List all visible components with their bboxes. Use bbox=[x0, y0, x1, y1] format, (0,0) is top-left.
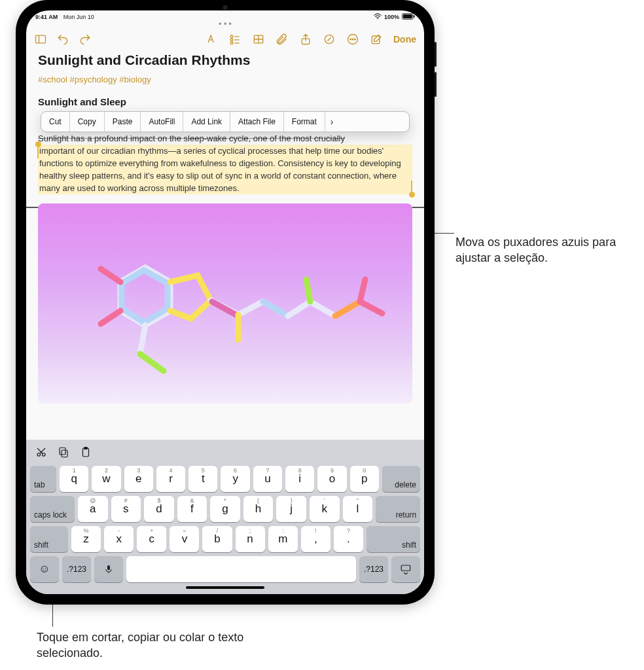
menu-copy[interactable]: Copy bbox=[70, 112, 105, 132]
key-x[interactable]: -x bbox=[104, 526, 134, 552]
key-delete[interactable]: delete bbox=[382, 466, 420, 492]
key-e[interactable]: 3e bbox=[124, 466, 153, 492]
key-shift-left[interactable]: shift bbox=[30, 526, 68, 552]
home-indicator[interactable] bbox=[186, 586, 264, 589]
volume-down-button bbox=[435, 72, 437, 97]
key-v[interactable]: =v bbox=[170, 526, 199, 552]
note-subheading[interactable]: Sunlight and Sleep bbox=[38, 96, 412, 107]
key-y[interactable]: 6y bbox=[221, 466, 249, 492]
selection-handle-end[interactable] bbox=[409, 192, 415, 198]
key-numbers-right[interactable]: .?123 bbox=[359, 556, 388, 582]
key-comma[interactable]: !, bbox=[301, 526, 331, 552]
copy-icon[interactable] bbox=[58, 446, 69, 461]
key-g[interactable]: *g bbox=[210, 496, 240, 522]
status-time: 9:41 AM bbox=[35, 14, 58, 20]
note-title[interactable]: Sunlight and Circadian Rhythms bbox=[38, 52, 412, 68]
key-u[interactable]: 7u bbox=[253, 466, 282, 492]
markup-icon[interactable] bbox=[323, 33, 336, 46]
ipad-frame: 9:41 AM Mon Jun 10 100% • • • bbox=[16, 0, 435, 605]
selection-handle-start[interactable] bbox=[35, 141, 41, 147]
status-date: Mon Jun 10 bbox=[63, 14, 94, 20]
done-button[interactable]: Done bbox=[393, 34, 416, 44]
volume-up-button bbox=[435, 42, 437, 67]
menu-format[interactable]: Format bbox=[284, 112, 325, 132]
key-b[interactable]: /b bbox=[202, 526, 232, 552]
key-c[interactable]: +c bbox=[137, 526, 166, 552]
key-period[interactable]: ?. bbox=[334, 526, 363, 552]
notes-toolbar: Done bbox=[26, 29, 424, 52]
key-m[interactable]: :m bbox=[268, 526, 298, 552]
svg-point-18 bbox=[350, 39, 351, 40]
menu-paste[interactable]: Paste bbox=[105, 112, 141, 132]
checklist-icon[interactable] bbox=[228, 33, 241, 46]
svg-rect-3 bbox=[414, 15, 415, 18]
multitask-dots[interactable]: • • • bbox=[26, 22, 424, 29]
key-l[interactable]: "l bbox=[343, 496, 373, 522]
compose-icon[interactable] bbox=[370, 33, 383, 46]
undo-icon[interactable] bbox=[56, 33, 69, 46]
key-z[interactable]: %z bbox=[71, 526, 101, 552]
svg-rect-4 bbox=[36, 35, 46, 43]
key-emoji[interactable]: ☺ bbox=[30, 556, 59, 582]
key-i[interactable]: 8i bbox=[285, 466, 314, 492]
callout-cut-copy-paste: Toque em cortar, copiar ou colar o texto… bbox=[37, 629, 272, 661]
key-r[interactable]: 4r bbox=[156, 466, 185, 492]
key-numbers-left[interactable]: .?123 bbox=[62, 556, 91, 582]
attachment-icon[interactable] bbox=[276, 33, 289, 46]
battery-icon bbox=[402, 13, 415, 21]
key-dictation[interactable] bbox=[94, 556, 123, 582]
svg-rect-28 bbox=[107, 565, 110, 570]
svg-rect-29 bbox=[401, 565, 410, 571]
screen: 9:41 AM Mon Jun 10 100% • • • bbox=[26, 10, 424, 594]
battery-pct: 100% bbox=[384, 14, 399, 20]
key-h[interactable]: (h bbox=[243, 496, 274, 522]
svg-point-0 bbox=[377, 18, 378, 19]
sidebar-toggle-icon[interactable] bbox=[34, 33, 47, 46]
key-tab[interactable]: tab bbox=[30, 466, 56, 492]
redo-icon[interactable] bbox=[79, 33, 92, 46]
key-w[interactable]: 2w bbox=[92, 466, 120, 492]
note-tags[interactable]: #school #psychology #biology bbox=[38, 75, 412, 84]
svg-point-19 bbox=[352, 39, 353, 40]
key-f[interactable]: &f bbox=[177, 496, 207, 522]
menu-cut[interactable]: Cut bbox=[41, 112, 70, 132]
svg-point-8 bbox=[230, 39, 233, 41]
more-icon[interactable] bbox=[346, 33, 359, 46]
svg-point-10 bbox=[230, 42, 233, 44]
cut-icon[interactable] bbox=[35, 446, 47, 461]
note-body: Sunlight and Circadian Rhythms #school #… bbox=[26, 52, 424, 440]
key-d[interactable]: $d bbox=[144, 496, 174, 522]
menu-add-link[interactable]: Add Link bbox=[183, 112, 230, 132]
table-icon[interactable] bbox=[252, 33, 265, 46]
paste-icon[interactable] bbox=[80, 446, 92, 461]
key-shift-right[interactable]: shift bbox=[367, 526, 420, 552]
svg-rect-2 bbox=[403, 14, 412, 19]
note-image-molecule[interactable] bbox=[38, 203, 412, 404]
callout-selection-handles: Mova os puxadores azuis para ajustar a s… bbox=[456, 234, 626, 266]
menu-autofill[interactable]: AutoFill bbox=[141, 112, 183, 132]
key-t[interactable]: 5t bbox=[188, 466, 217, 492]
key-q[interactable]: 1q bbox=[60, 466, 88, 492]
key-space[interactable] bbox=[126, 556, 356, 582]
share-icon[interactable] bbox=[299, 33, 312, 46]
svg-point-6 bbox=[230, 35, 233, 38]
key-dismiss-keyboard[interactable] bbox=[391, 556, 420, 582]
front-camera bbox=[223, 5, 228, 10]
key-j[interactable]: )j bbox=[276, 496, 306, 522]
key-caps-lock[interactable]: caps lock bbox=[30, 496, 75, 522]
text-selection[interactable]: important of our circadian rhythms—a ser… bbox=[38, 145, 412, 194]
selected-text: important of our circadian rhythms—a ser… bbox=[39, 146, 401, 193]
key-o[interactable]: 9o bbox=[317, 466, 346, 492]
menu-more-arrow[interactable]: › bbox=[325, 112, 339, 132]
key-p[interactable]: 0p bbox=[350, 466, 379, 492]
key-a[interactable]: @a bbox=[78, 496, 108, 522]
key-s[interactable]: #s bbox=[111, 496, 141, 522]
key-n[interactable]: ;n bbox=[236, 526, 265, 552]
wifi-icon bbox=[374, 13, 382, 21]
svg-rect-25 bbox=[60, 448, 65, 455]
note-paragraph[interactable]: Cut Copy Paste AutoFill Add Link Attach … bbox=[38, 115, 412, 194]
key-return[interactable]: return bbox=[376, 496, 420, 522]
text-format-icon[interactable] bbox=[205, 33, 218, 46]
key-k[interactable]: 'k bbox=[310, 496, 340, 522]
menu-attach-file[interactable]: Attach File bbox=[230, 112, 284, 132]
